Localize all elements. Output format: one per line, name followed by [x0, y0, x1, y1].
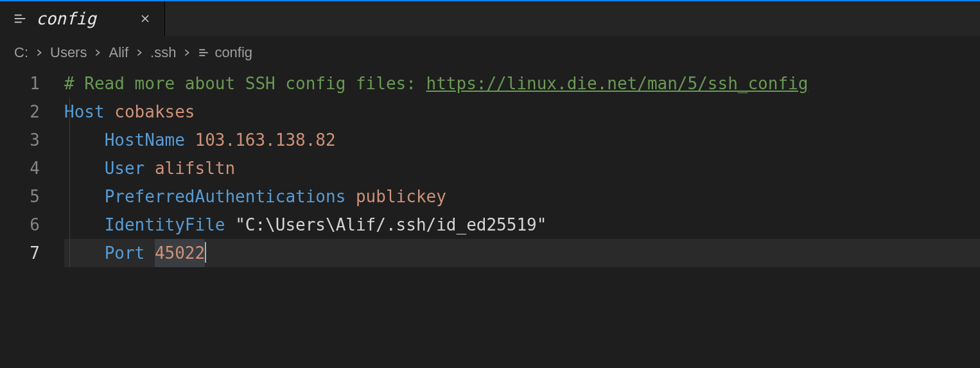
breadcrumb-filename[interactable]: config — [214, 44, 252, 61]
breadcrumb-segment[interactable]: Users — [50, 44, 87, 61]
line-number: 7 — [0, 239, 40, 267]
line-number: 2 — [0, 98, 40, 126]
code-token: "C:\Users\Alif/.ssh/id_ed25519" — [235, 211, 547, 239]
code-token: User — [105, 154, 145, 182]
line-number-gutter: 1234567 — [0, 69, 64, 368]
code-line[interactable]: PreferredAuthentications publickey — [64, 182, 980, 211]
chevron-right-icon — [31, 48, 48, 57]
code-token — [105, 98, 115, 126]
code-token: PreferredAuthentications — [105, 182, 346, 211]
line-number: 4 — [0, 154, 40, 182]
code-line[interactable]: User alifsltn — [64, 154, 980, 182]
code-line[interactable]: Port 45022 — [64, 239, 980, 267]
indent-guide — [69, 98, 70, 267]
line-number: 1 — [0, 69, 40, 98]
code-token: Port — [105, 239, 145, 267]
text-cursor — [205, 242, 206, 263]
breadcrumb[interactable]: C: Users Alif .ssh config — [0, 40, 980, 66]
code-token — [225, 211, 235, 239]
code-token: # Read more about SSH config files: — [64, 69, 426, 98]
editor-window: config C: Users Alif .ssh config — [0, 0, 980, 368]
tab-label: config — [36, 9, 96, 28]
code-token — [346, 182, 356, 211]
line-number: 6 — [0, 211, 40, 239]
breadcrumb-segment[interactable]: C: — [14, 44, 28, 61]
code-token — [144, 154, 155, 182]
tab-bar: config — [0, 0, 980, 36]
code-line[interactable]: # Read more about SSH config files: http… — [64, 69, 980, 98]
tab-config[interactable]: config — [0, 1, 165, 36]
code-token: 45022 — [155, 239, 205, 267]
code-area[interactable]: # Read more about SSH config files: http… — [64, 69, 980, 368]
code-token: cobakses — [114, 98, 195, 126]
code-token: https://linux.die.net/man/5/ssh_config — [426, 69, 809, 98]
code-line[interactable]: IdentityFile "C:\Users\Alif/.ssh/id_ed25… — [64, 211, 980, 239]
breadcrumb-segment[interactable]: Alif — [109, 44, 128, 61]
code-token — [185, 126, 195, 154]
code-editor[interactable]: 1234567 # Read more about SSH config fil… — [0, 66, 980, 368]
code-line[interactable]: HostName 103.163.138.82 — [64, 126, 980, 154]
code-token: IdentityFile — [105, 211, 225, 239]
file-icon — [198, 47, 209, 58]
close-icon[interactable] — [137, 11, 153, 26]
chevron-right-icon — [131, 48, 148, 57]
line-number: 5 — [0, 182, 40, 211]
code-line[interactable]: Host cobakses — [64, 98, 980, 126]
code-token: HostName — [105, 126, 185, 154]
code-token: alifsltn — [155, 154, 235, 182]
code-token: Host — [64, 98, 105, 126]
breadcrumb-segment[interactable]: .ssh — [150, 44, 176, 61]
code-token: publickey — [356, 182, 446, 211]
code-token: 103.163.138.82 — [195, 126, 336, 154]
chevron-right-icon — [179, 48, 195, 57]
file-icon — [13, 12, 27, 26]
line-number: 3 — [0, 126, 40, 154]
code-token — [144, 239, 155, 267]
chevron-right-icon — [89, 48, 106, 57]
